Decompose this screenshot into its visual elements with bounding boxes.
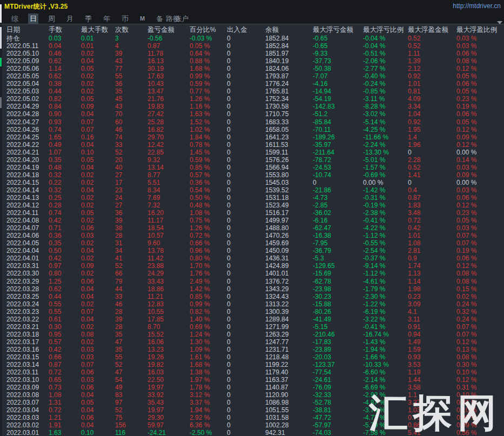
cell-deposit: 0 [227,141,265,149]
cell-max-float-profit-pct: 0.05 % [456,88,504,95]
table-row: 2022.04.211.070.105222.851.45 %01599.11-… [0,149,504,156]
cell-pl-amount: 19.83 [147,103,190,110]
table-row: 2022.04.280.900.047027.421.63 %01710.75-… [0,110,504,118]
cell-lots: 1.25 [49,278,81,285]
cell-balance: 1031.58 [265,414,313,421]
cell-trades: 38 [115,224,147,232]
cell-lots: 0.71 [49,224,81,232]
cell-max-float-profit-pct: 0.24 % [456,316,504,323]
cell-max-float-loss-pct: -6.69 % [363,384,408,391]
cell-max-lots: 0.06 [81,414,115,421]
cell-balance: 1539.52 [265,186,313,194]
menu-item-ji[interactable]: 季 [83,14,93,24]
cell-trades: 33 [115,293,147,300]
cell-max-lots: 0.02 [81,323,115,331]
cell-deposit: 0 [227,171,265,179]
cell-deposit: 0 [227,156,265,164]
cell-date: 2022.04.11 [0,209,49,217]
cell-max-float-loss: -70.11 [313,126,363,133]
table-row: 2022.04.010.420.024111.420.80 %01436.31-… [0,254,504,262]
menu-item-bi[interactable]: 币 [120,14,130,24]
menu-item-ri[interactable]: 日 [28,14,38,24]
cell-max-float-profit: 3.11 [408,316,456,323]
cell-balance: 1523.49 [265,202,313,209]
cell-date: 2022.03.21 [0,323,49,331]
cell-max-lots: 0.03 [81,232,115,239]
cell-max-float-loss-pct: -2.92 % [363,391,408,399]
cell-balance: 942.31 [265,429,313,436]
table-row: 2022.04.050.350.02319.600.66 %01459.69-7… [0,239,504,247]
menu-item-bei[interactable]: 备 [154,14,165,24]
cell-deposit: 0 [227,194,265,202]
cell-date: 2022.04.29 [0,103,49,110]
cell-deposit: 0 [227,57,265,65]
cell-max-float-profit-pct: 0.15 % [456,285,504,293]
cell-max-float-profit-pct: 0.31 % [456,384,504,391]
cell-lots: 0.48 [49,164,81,171]
cell-lots: 0.82 [49,95,81,103]
cell-date: 2022.03.07 [0,399,49,406]
cell-max-float-profit: 1.08 [408,239,456,247]
cell-max-lots: 0.07 [81,126,115,133]
cell-max-lots: 0.05 [81,209,115,217]
cell-deposit: 0 [227,247,265,254]
cell-max-float-loss-pct: -1.66 % [363,353,408,361]
cell-deposit: 0 [227,346,265,353]
cell-max-float-loss: -16.38 [313,232,363,239]
cell-balance: 1450.09 [265,247,313,254]
cell-lots: 0.38 [49,80,81,88]
cell-max-float-profit: 1.41 [408,171,456,179]
cell-max-float-loss-pct: -1.94 % [363,346,408,353]
cell-pl-amount: 19.97 [147,406,190,414]
cell-max-lots: 0.01 [81,35,115,42]
table-row: 2022.03.291.250.067933.432.49 %01376.72-… [0,278,504,285]
cell-lots: 1.08 [49,391,81,399]
cell-pl-amount: 19.82 [147,361,190,368]
menu-item-yue[interactable]: 月 [65,14,75,24]
cell-balance: 1179.40 [265,368,313,376]
cell-date: 2022.04.18 [0,171,49,179]
cell-trades: 60 [115,118,147,126]
cell-max-float-loss: -129.65 [313,262,363,270]
cell-max-lots: 0.08 [81,331,115,338]
cell-trades: 27 [115,171,147,179]
menu-item-m[interactable]: M [138,14,146,24]
cell-lots: 0.55 [49,308,81,316]
cell-pl-amount: 17.85 [147,316,190,323]
cell-pl-amount: 17.63 [147,72,190,80]
cell-date: 2022.03.22 [0,316,49,323]
cell-lots: 0.87 [49,361,81,368]
cell-balance: 1576.26 [265,156,313,164]
cell-balance: 1199.22 [265,361,313,368]
cell-max-lots: 0.02 [81,254,115,262]
cell-trades: 36 [115,209,147,217]
cell-max-lots: 0.02 [81,239,115,247]
mtdriver-link[interactable]: http://mtdriver.cn [453,2,501,10]
cell-trades: 23 [115,186,147,194]
menu-item-zong[interactable]: 综 [10,14,20,24]
cell-balance: 1459.69 [265,239,313,247]
cell-date: 2022.03.15 [0,353,49,361]
cell-pl-percent: 1.97 % [190,376,227,384]
menu-item-zhou[interactable]: 周 [46,14,57,24]
cell-max-float-loss: -189.26 [313,133,363,141]
cell-balance: 1545.03 [265,179,313,186]
cell-pl-percent: 1.76 % [190,270,227,277]
cell-lots: 0.62 [49,285,81,293]
table-row: 2022.03.240.550.024612.830.99 %01313.22-… [0,300,504,308]
table-row: 2022.05.040.380.023610.430.59 %01776.24-… [0,80,504,88]
window-title: MTDriver统计 ,V3.25 [4,2,68,11]
cell-max-float-loss-pct: -0.41 % [363,323,408,331]
cell-pl-percent: -0.03 % [190,35,227,42]
menu-item-nian[interactable]: 年 [102,14,112,24]
cell-date: 2022.03.09 [0,384,49,391]
table-row: 2022.04.190.480.044013.140.85 %01566.94-… [0,164,504,171]
chevron-down-icon[interactable] [497,21,502,24]
cell-balance: 1470.26 [265,232,313,239]
cell-max-lots: 0.04 [81,57,115,65]
cell-balance: 1002.28 [265,421,313,429]
cell-max-float-loss: -14.94 [313,88,363,95]
path-menu-item[interactable]: 路径 [166,14,180,24]
cell-max-lots: 0.04 [81,141,115,149]
cell-max-float-loss: -35.97 [313,141,363,149]
